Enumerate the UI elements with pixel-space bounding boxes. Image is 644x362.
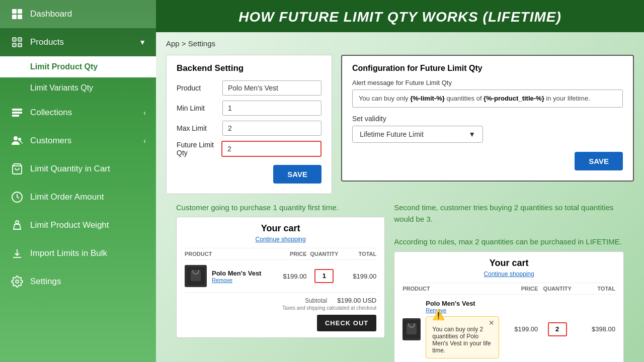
product-input[interactable] xyxy=(222,80,321,96)
first-cart-wrap: Customer going to purchase 1 quantity fi… xyxy=(176,202,385,362)
second-cart-price: $199.00 xyxy=(499,325,538,333)
first-cart-continue[interactable]: Continue shopping xyxy=(185,236,376,243)
config-save-button[interactable]: SAVE xyxy=(575,152,623,170)
max-limit-input[interactable] xyxy=(222,121,321,136)
col-qty-header: QUANTITY xyxy=(307,251,342,257)
subtotal-amount: $199.00 USD xyxy=(337,297,376,304)
second-desc2: According to rules, max 2 quantities can… xyxy=(394,237,622,246)
first-cart-headers: PRODUCT PRICE QUANTITY TOTAL xyxy=(185,248,376,260)
sidebar-item-settings[interactable]: Settings xyxy=(0,267,156,296)
svg-rect-1 xyxy=(18,9,22,14)
sidebar-item-limit-order-amount[interactable]: Limit Order Amount xyxy=(0,183,156,211)
backend-setting-panel: Backend Setting Product Min Limit Max Li… xyxy=(166,55,332,194)
second-cart-qty: 2 xyxy=(538,322,577,336)
alert-bold1: {%-limit-%} xyxy=(410,95,445,102)
second-product-name: Polo Men's Vest xyxy=(426,300,499,307)
first-product-remove[interactable]: Remove xyxy=(212,277,261,283)
chevron-left-icon: ‹ xyxy=(143,109,146,117)
svg-point-15 xyxy=(16,221,19,224)
sidebar-item-import-limits-bulk[interactable]: Import Limits in Bulk xyxy=(0,239,156,267)
second-cart-product-row: Polo Men's Vest Remove ⚠️ ✕ You can buy … xyxy=(403,295,615,362)
validity-dropdown[interactable]: Lifetime Future Limit ▼ xyxy=(352,126,483,143)
min-limit-row: Min Limit xyxy=(177,101,321,116)
alert-bold2: {%-product_title-%} xyxy=(484,95,544,102)
chevron-down-icon: ▼ xyxy=(468,130,475,138)
svg-rect-10 xyxy=(12,115,19,117)
product-label: Product xyxy=(177,84,217,92)
sidebar-item-label: Dashboard xyxy=(30,9,72,19)
sidebar-item-label: Limit Product Weight xyxy=(30,220,109,230)
second-cart-product-info: Polo Men's Vest Remove ⚠️ ✕ You can buy … xyxy=(403,300,499,358)
backend-save-button[interactable]: SAVE xyxy=(273,165,321,184)
sidebar-item-limit-product-weight[interactable]: Limit Product Weight xyxy=(0,211,156,239)
alert-text-part2: quantities of xyxy=(445,95,484,102)
svg-rect-8 xyxy=(12,109,22,111)
sidebar-item-limit-product-qty[interactable]: Limit Product Qty xyxy=(0,56,156,77)
second-cart-continue[interactable]: Continue shopping xyxy=(403,270,615,278)
svg-point-11 xyxy=(14,136,18,140)
sidebar-sub-label: Limit Product Qty xyxy=(30,62,98,71)
sidebar-item-customers[interactable]: Customers ‹ xyxy=(0,127,156,155)
sidebar-item-collections[interactable]: Collections ‹ xyxy=(0,99,156,127)
products-icon xyxy=(10,35,24,49)
chevron-down-icon: ▼ xyxy=(139,38,146,46)
second-cart-headers: PRODUCT PRICE QUANTITY TOTAL xyxy=(403,283,615,295)
sidebar-item-products[interactable]: Products ▼ xyxy=(0,28,156,56)
second-purchase-desc: Second time, customer tries buying 2 qua… xyxy=(394,202,624,247)
sidebar: Dashboard Products ▼ Limit Product Qty L… xyxy=(0,0,156,362)
second-product-thumbnail xyxy=(403,318,421,340)
main-content: HOW FUTURE LIMIT QTY WORKS (LIFETIME) Ap… xyxy=(156,0,644,362)
col-price-header: PRICE xyxy=(272,251,306,257)
svg-point-12 xyxy=(18,138,21,141)
product-row: Product xyxy=(177,80,321,96)
col-product-header: PRODUCT xyxy=(185,251,272,257)
sidebar-item-dashboard[interactable]: Dashboard xyxy=(0,0,156,28)
backend-panel-title: Backend Setting xyxy=(177,63,321,73)
second-cart-title: Your cart xyxy=(403,258,615,268)
svg-rect-2 xyxy=(12,15,17,19)
product-thumbnail xyxy=(185,265,207,287)
sidebar-item-limit-variants-qty[interactable]: Limit Variants Qty xyxy=(0,77,156,99)
col-total-header2: TOTAL xyxy=(577,286,615,292)
chevron-left-icon: ‹ xyxy=(143,137,146,145)
min-limit-input[interactable] xyxy=(222,101,321,116)
sidebar-item-label: Limit Quantity in Cart xyxy=(30,164,110,174)
second-qty-box[interactable]: 2 xyxy=(548,322,567,336)
first-cart-desc: Customer going to purchase 1 quantity fi… xyxy=(176,202,385,213)
svg-rect-9 xyxy=(12,112,22,114)
second-cart-total: $398.00 xyxy=(577,325,615,333)
svg-point-16 xyxy=(16,280,19,283)
validity-value: Lifetime Future Limit xyxy=(360,130,424,138)
sidebar-item-limit-quantity-cart[interactable]: Limit Quantity in Cart xyxy=(0,155,156,183)
max-limit-label: Max Limit xyxy=(177,124,217,132)
alert-text-box: You can buy only {%-limit-%} quantities … xyxy=(352,89,623,108)
settings-icon xyxy=(10,275,24,289)
first-qty-box[interactable]: 1 xyxy=(314,269,334,283)
sidebar-item-label: Limit Order Amount xyxy=(30,192,104,202)
col-qty-header2: QUANTITY xyxy=(538,286,577,292)
svg-rect-0 xyxy=(12,9,17,14)
first-cart-qty: 1 xyxy=(307,269,342,283)
first-cart-product-row: Polo Men's Vest Remove $199.00 1 $199.00 xyxy=(185,260,376,293)
future-limit-label: Future Limit Qty xyxy=(177,141,216,157)
tooltip-close-button[interactable]: ✕ xyxy=(489,319,495,327)
first-checkout-button[interactable]: CHECK OUT xyxy=(317,315,376,331)
second-purchase-wrap: Second time, customer tries buying 2 qua… xyxy=(394,202,624,362)
import-icon xyxy=(10,246,24,260)
alert-text-part1: You can buy only xyxy=(359,95,410,102)
future-limit-row: Future Limit Qty xyxy=(177,141,321,157)
col-total-header: TOTAL xyxy=(342,251,376,257)
order-icon xyxy=(10,190,24,204)
sidebar-item-label: Collections xyxy=(30,108,72,118)
page-title: HOW FUTURE LIMIT QTY WORKS (LIFETIME) xyxy=(156,0,644,32)
first-product-name: Polo Men's Vest xyxy=(212,269,261,277)
sidebar-item-label: Customers xyxy=(30,136,71,146)
cart-icon xyxy=(10,162,24,176)
config-heading: Configuration for Future Limit Qty xyxy=(352,64,623,73)
alert-text-part3: in your lifetime. xyxy=(544,95,590,102)
first-cart-total: $199.00 xyxy=(342,273,376,280)
future-limit-input[interactable] xyxy=(221,141,321,157)
first-cart-subtotal-row: Subtotal $199.00 USD xyxy=(185,293,376,305)
config-panel: Configuration for Future Limit Qty Alert… xyxy=(341,55,634,182)
second-desc1: Second time, customer tries buying 2 qua… xyxy=(394,203,613,223)
